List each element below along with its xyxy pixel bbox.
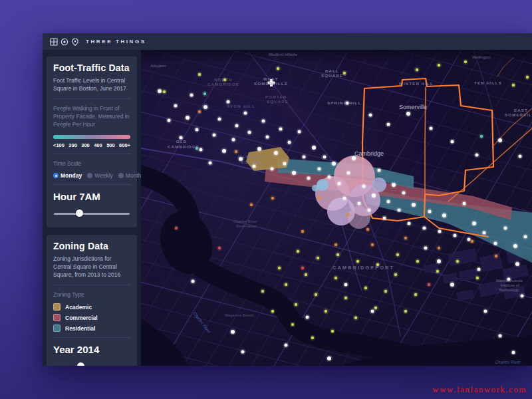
legend-caption: People Walking in Front of Property Faca… (53, 104, 130, 129)
divider (53, 184, 130, 185)
hour-slider-track[interactable] (54, 213, 130, 215)
zoning-legend-row: Academic (53, 303, 130, 311)
zoning-legend-row: Commercial (53, 314, 130, 321)
map-label: SQUARE (321, 73, 343, 78)
map-label: OLD (176, 139, 187, 144)
map-label: BALL (325, 68, 339, 73)
map-label: NORTH (214, 77, 233, 82)
zoning-legend: AcademicCommercialResidential (53, 303, 130, 332)
map-label: TEN HILLS (474, 80, 502, 85)
zone-name: Residential (65, 325, 95, 332)
map-label: Wellington (472, 55, 491, 59)
watermark: www.lanlanwork.com (432, 384, 527, 395)
radio-icon[interactable] (118, 173, 124, 178)
map-label: CAMBRIDGE (168, 144, 200, 149)
zoning-subtitle: Zoning Jurisdictions for Central Square … (53, 255, 130, 279)
year-slider-thumb[interactable] (77, 362, 84, 366)
zone-swatch (53, 303, 61, 311)
foot-traffic-subtitle: Foot Traffic Levels in Central Square in… (53, 77, 130, 93)
map-label: SPRING HILL (327, 100, 361, 105)
zoning-title: Zoning Data (53, 241, 130, 251)
sidebar: Foot-Traffic Data Foot Traffic Levels in… (43, 50, 141, 366)
hour-slider-thumb[interactable] (76, 209, 83, 217)
time-scale-radios: MondayWeeklyMonthly (53, 172, 130, 179)
map-label: EAST (514, 108, 528, 112)
time-scale-label: Time Scale (53, 160, 130, 168)
app-window: THREE THINGS Foot-Traffic Data Foot Traf… (43, 33, 532, 366)
hour-slider[interactable] (54, 209, 130, 217)
zoning-type-label: Zoning Type (53, 291, 130, 299)
map-label: Charles River (495, 360, 521, 364)
map-label: Cambridge (354, 150, 384, 157)
legend-tick: 400 (94, 142, 102, 148)
map-label: WEST (263, 76, 278, 81)
radio-icon[interactable] (87, 173, 92, 178)
legend-tick: 500 (106, 142, 115, 148)
zone-name: Commercial (65, 315, 98, 321)
foot-traffic-panel: Foot-Traffic Data Foot Traffic Levels in… (47, 57, 137, 227)
divider (53, 154, 130, 154)
map-label: Magazine Beach (225, 313, 253, 317)
zoning-legend-row: Residential (53, 325, 130, 332)
time-option-weekly[interactable]: Weekly (87, 172, 113, 179)
zone-name: Academic (65, 304, 92, 311)
map-label: SOMERVILLE (254, 81, 288, 86)
grid-icon[interactable] (50, 38, 58, 46)
divider (53, 337, 130, 338)
map-label: SQUARE (267, 99, 289, 104)
map-label: Institute of (501, 283, 519, 287)
map-label: PORTER (265, 94, 287, 99)
map-label: SQUARE (241, 160, 263, 164)
legend-tick: <100 (53, 142, 65, 148)
year-slider[interactable] (54, 362, 130, 366)
titlebar: THREE THINGS (43, 33, 532, 50)
map-label: CAMBRIDGEPORT (332, 265, 394, 271)
map-label: Massachusetts (496, 279, 523, 283)
zoning-panel: Zoning Data Zoning Jurisdictions for Cen… (47, 235, 137, 366)
legend-ticks: <100200300400500600+ (53, 142, 130, 148)
legend-tick: 200 (68, 142, 77, 148)
legend-tick: 600+ (119, 142, 130, 148)
map-canvas[interactable]: Medford HillsideWellingtonArlingtonNORTH… (141, 50, 532, 366)
divider (53, 98, 130, 99)
year-heading: Year 2014 (53, 344, 130, 355)
map-label: CAMBRIDGE (207, 82, 239, 86)
map-label: HARVARD (238, 154, 263, 159)
map-label: Reservation (236, 224, 257, 228)
map-label: WINTER HILL (399, 81, 434, 86)
target-icon[interactable] (61, 38, 68, 46)
traffic-gradient-legend (53, 135, 130, 139)
map-label: Arlington (150, 64, 166, 68)
map-label: SOMERVILLE (505, 112, 532, 117)
divider (53, 285, 130, 285)
radio-icon[interactable] (53, 173, 59, 178)
map-label: Medford Hillside (269, 53, 298, 57)
map-label: AVON HILL (227, 104, 255, 108)
foot-traffic-title: Foot-Traffic Data (53, 63, 130, 73)
pin-icon[interactable] (71, 38, 79, 46)
map-label: Charles River (233, 219, 257, 223)
radio-label: Weekly (94, 172, 113, 179)
app-title: THREE THINGS (86, 39, 146, 45)
map-label: Technology (499, 288, 519, 292)
radio-label: Monday (61, 172, 82, 179)
zone-swatch (53, 314, 61, 321)
time-option-monday[interactable]: Monday (53, 172, 82, 179)
zone-swatch (53, 325, 61, 332)
hour-heading: Hour 7AM (53, 191, 130, 202)
legend-tick: 300 (81, 142, 90, 148)
map-label: Somerville (399, 104, 427, 110)
